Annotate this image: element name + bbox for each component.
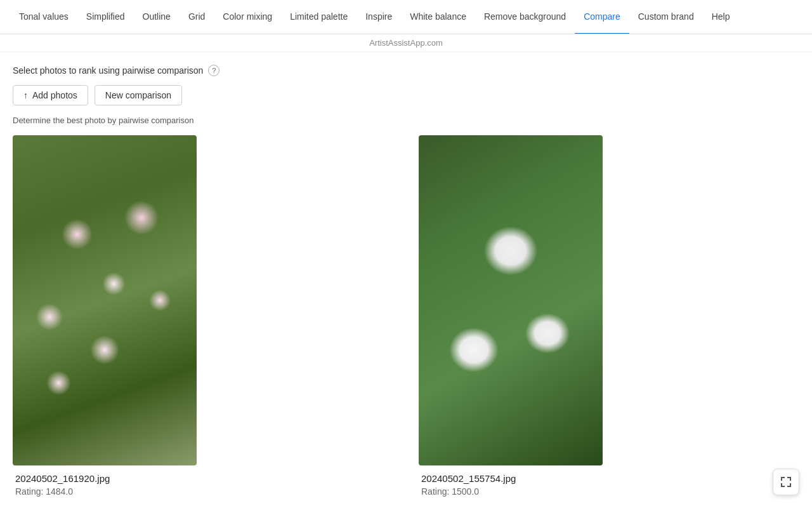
subtitle-text: ArtistAssistApp.com [369, 38, 443, 48]
photo-card-right[interactable]: 20240502_155754.jpg Rating: 1500.0 [419, 135, 603, 502]
subtitle-bar: ArtistAssistApp.com [0, 34, 812, 52]
photo-info-left: 20240502_161920.jpg Rating: 1484.0 [13, 465, 197, 502]
rating-value-right: 1500.0 [452, 486, 479, 497]
expand-icon [780, 476, 792, 488]
nav-item-grid[interactable]: Grid [180, 0, 214, 34]
upload-icon: ↑ [23, 90, 28, 100]
top-navigation: Tonal values Simplified Outline Grid Col… [0, 0, 812, 34]
photo-rating-right: Rating: 1500.0 [421, 486, 600, 497]
determine-label: Determine the best photo by pairwise com… [13, 116, 799, 125]
photo-rating-left: Rating: 1484.0 [15, 486, 194, 497]
photo-info-right: 20240502_155754.jpg Rating: 1500.0 [419, 465, 603, 502]
nav-item-color-mixing[interactable]: Color mixing [214, 0, 281, 34]
rating-value-left: 1484.0 [46, 486, 73, 497]
photo-right-background [419, 135, 603, 465]
nav-item-inspire[interactable]: Inspire [357, 0, 401, 34]
nav-item-help[interactable]: Help [703, 0, 739, 34]
photo-filename-right: 20240502_155754.jpg [421, 473, 600, 484]
nav-item-custom-brand[interactable]: Custom brand [629, 0, 703, 34]
comparison-area: 20240502_161920.jpg Rating: 1484.0 20240… [13, 135, 799, 502]
action-buttons: ↑ Add photos New comparison [13, 85, 799, 105]
main-content: Select photos to rank using pairwise com… [0, 52, 812, 502]
header-row: Select photos to rank using pairwise com… [13, 65, 799, 76]
nav-item-limited-palette[interactable]: Limited palette [281, 0, 357, 34]
photo-card-left[interactable]: 20240502_161920.jpg Rating: 1484.0 [13, 135, 197, 502]
nav-item-white-balance[interactable]: White balance [401, 0, 475, 34]
new-comparison-button[interactable]: New comparison [95, 85, 182, 105]
rating-label-left: Rating: [15, 486, 43, 497]
photo-filename-left: 20240502_161920.jpg [15, 473, 194, 484]
nav-item-remove-background[interactable]: Remove background [475, 0, 575, 34]
nav-item-tonal-values[interactable]: Tonal values [10, 0, 77, 34]
rating-label-right: Rating: [421, 486, 449, 497]
nav-item-outline[interactable]: Outline [134, 0, 180, 34]
new-comparison-label: New comparison [105, 90, 171, 100]
nav-item-simplified[interactable]: Simplified [77, 0, 134, 34]
add-photos-label: Add photos [32, 90, 77, 100]
photo-image-left[interactable] [13, 135, 197, 465]
photo-image-right[interactable] [419, 135, 603, 465]
help-tooltip-icon[interactable]: ? [208, 65, 219, 76]
add-photos-button[interactable]: ↑ Add photos [13, 85, 88, 105]
photo-left-background [13, 135, 197, 465]
nav-item-compare[interactable]: Compare [575, 0, 629, 34]
expand-fullscreen-button[interactable] [773, 469, 799, 495]
page-header-title: Select photos to rank using pairwise com… [13, 65, 203, 76]
